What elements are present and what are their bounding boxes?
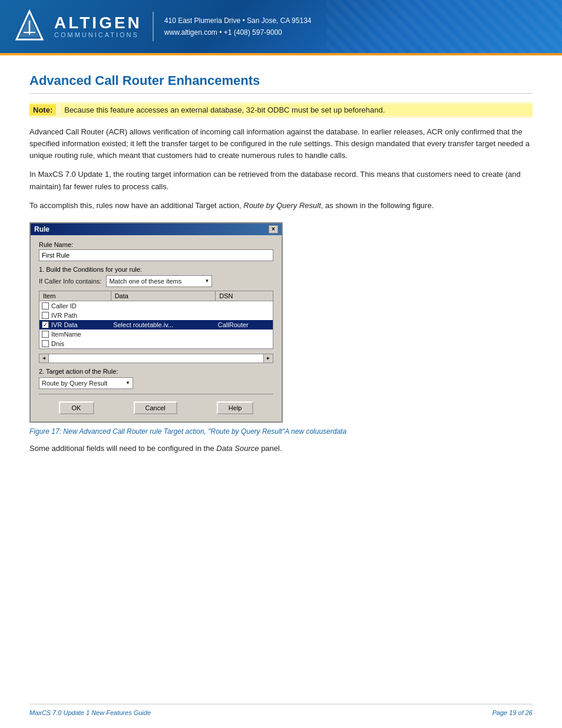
caller-id-dsn [216, 301, 273, 311]
dnis-data [111, 339, 216, 349]
page-title: Advanced Call Router Enhancements [29, 73, 533, 94]
table-row: ItemName [39, 330, 273, 339]
itemname-data [111, 330, 216, 339]
help-button[interactable]: Help [217, 401, 254, 414]
logo-area: ALTIGEN COMMUNICATIONS [12, 9, 142, 44]
cancel-button[interactable]: Cancel [134, 401, 177, 414]
checkbox-itemname[interactable] [42, 331, 49, 338]
target-select[interactable]: Route by Query Result ▼ [39, 377, 133, 389]
col-header-data: Data [111, 291, 216, 301]
ivr-data-label: IVR Data [51, 321, 78, 328]
table-row: Dnis [39, 339, 273, 349]
dnis-dsn [216, 339, 273, 349]
paragraph-2: In MaxCS 7.0 Update 1, the routing targe… [29, 169, 533, 192]
paragraph-1: Advanced Call Router (ACR) allows verifi… [29, 126, 533, 162]
dialog-body: Rule Name: 1. Build the Conditions for y… [31, 235, 282, 421]
figure-caption: Figure 17: New Advanced Call Router rule… [29, 427, 533, 436]
note-label: Note: [29, 104, 56, 116]
dialog-separator [39, 394, 273, 394]
note-box: Note: Because this feature accesses an e… [29, 102, 533, 118]
checkbox-caller-id[interactable] [42, 302, 49, 309]
dialog-wrapper: Rule × Rule Name: 1. Build the Condition… [29, 222, 533, 423]
target-section: 2. Target action of the Rule: Route by Q… [39, 368, 273, 389]
items-table: Item Data DSN Caller ID [39, 291, 273, 349]
itemname-label: ItemName [51, 331, 81, 338]
ivr-path-data [111, 311, 216, 320]
scroll-right-btn[interactable]: ► [263, 354, 273, 363]
caller-id-label: Caller ID [51, 302, 77, 309]
checkbox-dnis[interactable] [42, 340, 49, 347]
col-header-dsn: DSN [216, 291, 273, 301]
col-header-item: Item [39, 291, 111, 301]
checkbox-ivr-data[interactable]: ✓ [42, 321, 49, 328]
target-select-row: Route by Query Result ▼ [39, 377, 273, 389]
note-text: Because this feature accesses an externa… [61, 104, 533, 116]
footer: MaxCS 7.0 Update 1 New Features Guide Pa… [29, 704, 533, 716]
match-select-arrow-icon: ▼ [204, 278, 209, 284]
table-row-selected[interactable]: ✓IVR Data Select routetable.iv... CallRo… [39, 320, 273, 330]
scroll-left-btn[interactable]: ◄ [39, 354, 49, 363]
match-select[interactable]: Match one of these items ▼ [106, 275, 212, 287]
table-row: IVR Path [39, 311, 273, 320]
footer-page-number: Page 19 of 26 [492, 709, 533, 716]
conditions-section-label: 1. Build the Conditions for your rule: [39, 266, 273, 273]
address-line2: www.altigen.com • +1 (408) 597-9000 [164, 27, 312, 38]
company-sub: COMMUNICATIONS [54, 31, 142, 38]
dialog-titlebar: Rule × [31, 223, 282, 235]
caller-id-data [111, 301, 216, 311]
company-name: ALTIGEN [54, 15, 142, 31]
dialog-buttons: OK Cancel Help [39, 398, 273, 417]
horizontal-scrollbar[interactable]: ◄ ► [39, 354, 273, 363]
footer-doc-title: MaxCS 7.0 Update 1 New Features Guide [29, 709, 151, 716]
match-select-value: Match one of these items [109, 278, 181, 285]
target-select-value: Route by Query Result [42, 380, 107, 387]
header: ALTIGEN COMMUNICATIONS 410 East Plumeria… [0, 0, 562, 53]
ivr-data-data: Select routetable.iv... [111, 320, 216, 330]
dialog-window: Rule × Rule Name: 1. Build the Condition… [29, 222, 283, 423]
ivr-path-label: IVR Path [51, 312, 77, 319]
contact-info: 410 East Plumeria Drive • San Jose, CA 9… [164, 15, 312, 39]
ok-button[interactable]: OK [59, 401, 94, 414]
rule-name-input[interactable] [39, 249, 273, 261]
rule-name-row: Rule Name: [39, 241, 273, 261]
checkbox-ivr-path[interactable] [42, 312, 49, 319]
address-line1: 410 East Plumeria Drive • San Jose, CA 9… [164, 15, 312, 27]
paragraph-3: To accomplish this, rules now have an ad… [29, 200, 533, 212]
header-pattern [326, 0, 562, 53]
itemname-dsn [216, 330, 273, 339]
dialog-close-button[interactable]: × [269, 225, 278, 233]
dnis-label: Dnis [51, 340, 64, 347]
ivr-path-dsn [216, 311, 273, 320]
caller-info-label: If Caller Info contains: [39, 278, 101, 285]
target-section-label: 2. Target action of the Rule: [39, 368, 273, 375]
target-select-arrow-icon: ▼ [125, 380, 130, 386]
table-row: Caller ID [39, 301, 273, 311]
header-divider [153, 12, 154, 41]
caller-info-row: If Caller Info contains: Match one of th… [39, 275, 273, 287]
main-content: Advanced Call Router Enhancements Note: … [0, 55, 562, 473]
closing-text: Some additional fields will need to be c… [29, 443, 533, 454]
altigen-logo-icon [12, 9, 47, 44]
dialog-title: Rule [34, 225, 49, 233]
ivr-data-dsn: CallRouter [216, 320, 273, 330]
rule-name-label: Rule Name: [39, 241, 273, 248]
